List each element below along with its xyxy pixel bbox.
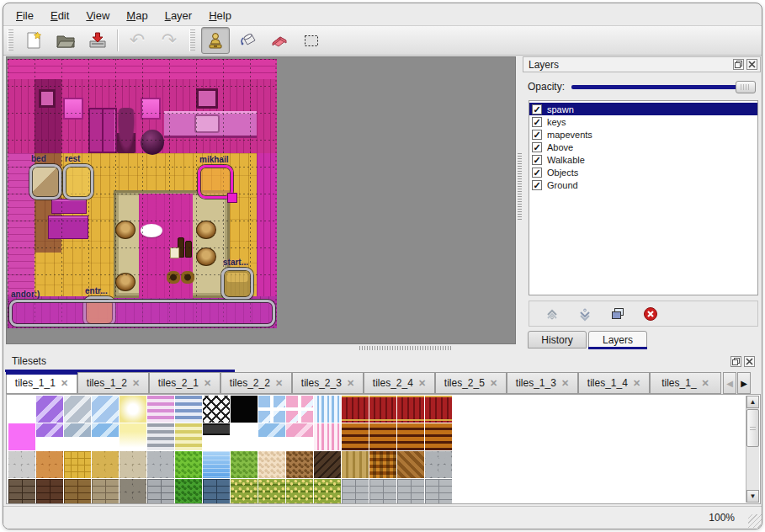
raise-layer-icon[interactable]: [541, 304, 563, 324]
map-canvas[interactable]: bedrestmikhailstart...entr...andor:): [6, 56, 516, 344]
opacity-slider-handle[interactable]: [736, 81, 756, 93]
new-button[interactable]: [19, 27, 48, 54]
tile-0-2[interactable]: [64, 396, 91, 423]
tile-2-8[interactable]: [231, 451, 258, 478]
tile-1-0[interactable]: [8, 423, 35, 450]
tile-3-2[interactable]: [64, 479, 91, 504]
tile-0-15[interactable]: [425, 396, 452, 423]
close-icon[interactable]: [744, 356, 755, 367]
tileset-tab-tiles_1_1[interactable]: tiles_1_1✕: [6, 372, 77, 394]
open-button[interactable]: [51, 27, 80, 54]
tile-2-3[interactable]: [92, 451, 119, 478]
tileset-tab-tiles_1_3[interactable]: tiles_1_3✕: [507, 372, 578, 394]
tile-3-12[interactable]: [342, 479, 369, 504]
map[interactable]: bedrestmikhailstart...entr...andor:): [8, 59, 277, 328]
tile-0-6[interactable]: [175, 396, 202, 423]
tile-2-5[interactable]: [147, 451, 174, 478]
delete-layer-icon[interactable]: [640, 304, 661, 324]
close-icon[interactable]: ✕: [132, 378, 140, 389]
close-icon[interactable]: ✕: [418, 378, 426, 389]
tile-2-14[interactable]: [397, 451, 424, 478]
tile-0-13[interactable]: [369, 396, 396, 423]
splitter-grip[interactable]: [359, 346, 452, 350]
spawn-zone-andor[interactable]: [9, 300, 275, 327]
close-icon[interactable]: ✕: [275, 378, 283, 389]
float-icon[interactable]: [730, 356, 741, 367]
layer-checkbox[interactable]: ✓: [532, 168, 542, 178]
tile-1-8[interactable]: [231, 423, 258, 450]
tile-0-14[interactable]: [397, 396, 424, 423]
select-button[interactable]: [297, 27, 326, 54]
menu-map[interactable]: Map: [119, 7, 155, 24]
scroll-right-icon[interactable]: ▶: [737, 372, 751, 394]
menu-edit[interactable]: Edit: [43, 7, 77, 24]
menu-help[interactable]: Help: [201, 7, 239, 24]
layer-row-Walkable[interactable]: ✓Walkable: [529, 153, 757, 166]
layer-checkbox[interactable]: ✓: [532, 142, 542, 152]
tile-0-9[interactable]: [258, 396, 285, 423]
lower-layer-icon[interactable]: [574, 304, 596, 324]
tile-3-9[interactable]: [258, 479, 285, 504]
tile-1-12[interactable]: [342, 423, 369, 450]
tile-3-7[interactable]: [203, 479, 230, 504]
tile-2-15[interactable]: [425, 451, 452, 478]
tileset-tab-tiles_1_2[interactable]: tiles_1_2✕: [77, 372, 149, 394]
tile-3-10[interactable]: [286, 479, 313, 504]
tileset-tab-tiles_2_5[interactable]: tiles_2_5✕: [435, 372, 507, 394]
tile-2-2[interactable]: [64, 451, 91, 478]
menu-file[interactable]: File: [8, 7, 41, 24]
tileset-tab-tiles_2_4[interactable]: tiles_2_4✕: [364, 372, 435, 394]
close-icon[interactable]: ✕: [561, 378, 569, 389]
undo-button[interactable]: ↶: [123, 27, 151, 54]
tile-2-6[interactable]: [175, 451, 202, 478]
tile-1-7[interactable]: [203, 423, 230, 450]
tileset-scrollbar[interactable]: ▲ ▼: [746, 396, 759, 503]
tile-1-9[interactable]: [258, 423, 285, 450]
close-icon[interactable]: ✕: [633, 378, 640, 389]
layer-checkbox[interactable]: ✓: [532, 155, 542, 165]
tile-0-8[interactable]: [231, 396, 258, 423]
tile-0-4[interactable]: [120, 396, 146, 423]
layer-row-mapevents[interactable]: ✓mapevents: [529, 128, 757, 141]
layer-checkbox[interactable]: ✓: [532, 117, 542, 127]
layer-row-Above[interactable]: ✓Above: [529, 141, 757, 153]
scroll-left-icon[interactable]: ◀: [723, 372, 736, 394]
close-icon[interactable]: ✕: [702, 378, 709, 389]
layer-row-Objects[interactable]: ✓Objects: [529, 166, 757, 178]
tileset-tab-tiles_2_1[interactable]: tiles_2_1✕: [149, 372, 220, 394]
tile-0-0[interactable]: [8, 396, 35, 423]
tile-3-1[interactable]: [36, 479, 63, 504]
tile-2-12[interactable]: [342, 451, 369, 478]
tileset-tab-tiles_1_[interactable]: tiles_1_✕: [650, 372, 721, 394]
spawn-zone-start[interactable]: [221, 268, 253, 300]
tile-2-13[interactable]: [369, 451, 396, 478]
tile-1-10[interactable]: [286, 423, 313, 450]
tile-0-5[interactable]: [147, 396, 174, 423]
menu-view[interactable]: View: [78, 7, 117, 24]
spawn-zone-rest[interactable]: [63, 164, 93, 200]
layer-checkbox[interactable]: ✓: [532, 104, 542, 114]
duplicate-layer-icon[interactable]: [607, 304, 629, 324]
tile-2-9[interactable]: [258, 451, 285, 478]
tile-1-14[interactable]: [397, 423, 424, 450]
tile-3-0[interactable]: [8, 479, 35, 504]
horizontal-splitter[interactable]: [3, 344, 762, 352]
tile-1-1[interactable]: [36, 423, 63, 450]
layer-row-spawn[interactable]: ✓spawn: [529, 103, 757, 115]
tileset-tab-tiles_1_4[interactable]: tiles_1_4✕: [578, 372, 650, 394]
tile-1-11[interactable]: [314, 423, 341, 450]
vertical-splitter[interactable]: [516, 56, 523, 344]
opacity-slider-track[interactable]: [571, 85, 752, 89]
splitter-grip[interactable]: [518, 153, 522, 221]
spawn-zone-bed[interactable]: [29, 164, 61, 200]
fill-button[interactable]: [233, 27, 262, 54]
opacity-slider[interactable]: [571, 80, 756, 93]
tile-1-3[interactable]: [92, 423, 119, 450]
tile-3-3[interactable]: [92, 479, 119, 504]
tile-2-11[interactable]: [314, 451, 341, 478]
tile-2-7[interactable]: [203, 451, 230, 478]
tile-1-15[interactable]: [425, 423, 452, 450]
tile-3-4[interactable]: [120, 479, 146, 504]
tile-3-14[interactable]: [397, 479, 424, 504]
tile-3-15[interactable]: [425, 479, 452, 504]
